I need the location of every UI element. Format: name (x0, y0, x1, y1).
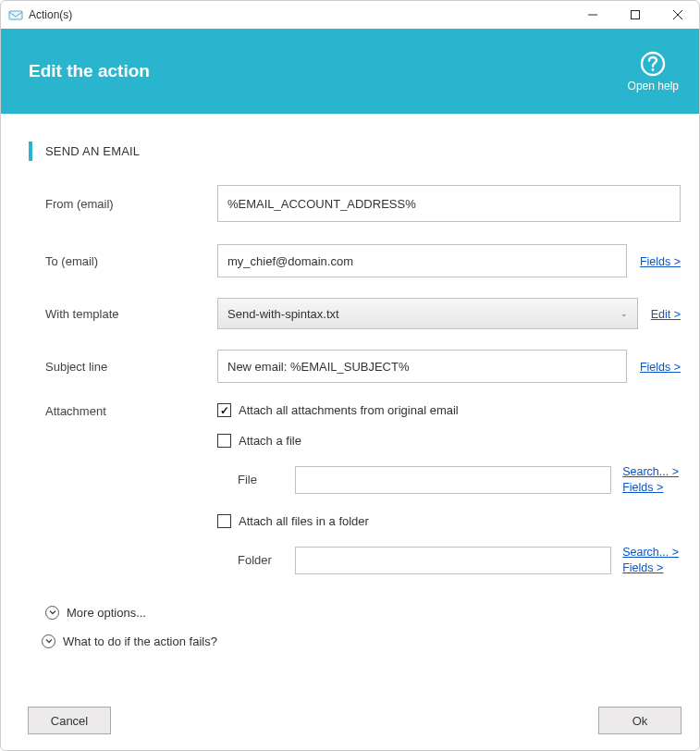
from-label: From (email) (29, 197, 217, 211)
subject-label: Subject line (29, 360, 217, 374)
open-help-label: Open help (628, 80, 679, 92)
file-path-input[interactable] (295, 466, 611, 494)
chevron-down-icon (42, 634, 55, 648)
to-label: To (email) (29, 254, 217, 268)
file-fields-link[interactable]: Fields > (622, 480, 663, 496)
on-fail-expander[interactable]: What to do if the action fails? (42, 634, 684, 648)
folder-sublabel: Folder (238, 553, 295, 567)
folder-path-input[interactable] (295, 547, 611, 574)
attach-folder-checkbox[interactable] (217, 514, 231, 528)
attach-file-label: Attach a file (239, 434, 301, 448)
attach-all-checkbox[interactable] (217, 403, 231, 417)
folder-search-link[interactable]: Search... > (622, 545, 679, 560)
svg-rect-2 (632, 11, 640, 19)
template-selected: Send-with-spintax.txt (227, 307, 339, 321)
close-button[interactable] (657, 1, 699, 29)
on-fail-label: What to do if the action fails? (63, 634, 217, 648)
maximize-button[interactable] (614, 1, 657, 29)
window-title: Action(s) (29, 8, 571, 21)
help-icon (639, 50, 667, 78)
more-options-label: More options... (67, 606, 146, 620)
to-fields-link[interactable]: Fields > (640, 255, 681, 268)
attach-file-checkbox[interactable] (217, 434, 231, 448)
to-email-input[interactable] (217, 244, 627, 277)
subject-fields-link[interactable]: Fields > (640, 361, 681, 374)
template-dropdown[interactable]: Send-with-spintax.txt ⌄ (217, 298, 638, 329)
attachment-label: Attachment (29, 403, 217, 595)
chevron-down-icon (45, 606, 59, 620)
template-label: With template (29, 307, 217, 321)
open-help-button[interactable]: Open help (628, 50, 679, 92)
file-search-link[interactable]: Search... > (622, 464, 679, 480)
app-icon (8, 7, 23, 22)
cancel-button[interactable]: Cancel (28, 707, 111, 734)
attach-all-label: Attach all attachments from original ema… (239, 403, 459, 417)
template-edit-link[interactable]: Edit > (651, 308, 681, 321)
minimize-button[interactable] (571, 1, 614, 29)
subject-input[interactable] (217, 350, 627, 383)
more-options-expander[interactable]: More options... (45, 606, 684, 620)
folder-fields-link[interactable]: Fields > (622, 560, 663, 576)
file-sublabel: File (238, 473, 295, 486)
from-email-input[interactable] (217, 185, 681, 222)
svg-rect-0 (9, 11, 22, 19)
svg-point-6 (652, 68, 655, 71)
attach-folder-label: Attach all files in a folder (239, 514, 369, 528)
section-title: SEND AN EMAIL (29, 142, 684, 161)
page-title: Edit the action (29, 61, 628, 81)
ok-button[interactable]: Ok (598, 707, 682, 734)
chevron-down-icon: ⌄ (620, 309, 628, 318)
